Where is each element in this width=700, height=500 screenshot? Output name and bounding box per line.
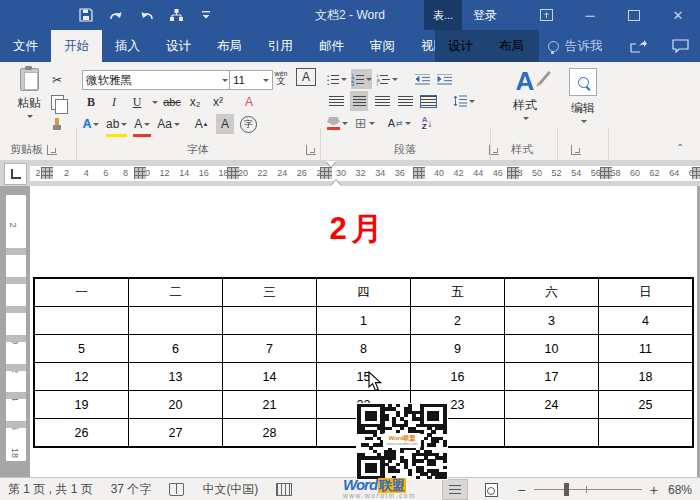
weekday-cell[interactable]: 三: [223, 278, 317, 307]
customize-qat-icon[interactable]: [198, 7, 214, 23]
sort-button[interactable]: AZ ↓: [422, 116, 433, 130]
highlight-color-button[interactable]: ab: [106, 114, 127, 134]
day-cell[interactable]: 15: [317, 363, 411, 391]
day-cell[interactable]: 1: [317, 307, 411, 335]
tab-mailings[interactable]: 邮件: [306, 30, 357, 62]
web-layout-view-button[interactable]: [480, 480, 504, 499]
numbering-button[interactable]: 123: [351, 69, 372, 89]
language-indicator[interactable]: 中文(中国): [202, 481, 258, 498]
font-color-button[interactable]: A: [133, 114, 151, 134]
day-cell[interactable]: 26: [34, 419, 129, 448]
align-right-button[interactable]: [373, 91, 391, 111]
styles-dialog-launcher[interactable]: [571, 145, 581, 155]
tab-file[interactable]: 文件: [0, 30, 51, 62]
format-painter-button[interactable]: [48, 114, 66, 134]
tab-layout[interactable]: 布局: [204, 30, 255, 62]
day-cell[interactable]: 14: [223, 363, 317, 391]
text-effects-button[interactable]: A: [82, 114, 100, 134]
strikethrough-button[interactable]: abc: [163, 92, 181, 112]
first-line-indent-marker[interactable]: [326, 161, 336, 167]
day-cell[interactable]: 18: [599, 363, 694, 391]
table-row-marker[interactable]: [6, 306, 26, 313]
day-cell[interactable]: 21: [223, 391, 317, 419]
styles-button[interactable]: A 样式: [500, 68, 550, 120]
table-column-marker[interactable]: [320, 167, 332, 179]
font-name-select[interactable]: 微软雅黑: [82, 70, 232, 90]
zoom-percentage[interactable]: 68%: [668, 483, 692, 497]
day-cell[interactable]: 10: [505, 335, 599, 363]
italic-button[interactable]: I: [105, 92, 123, 112]
tab-table-layout[interactable]: 布局: [486, 30, 537, 62]
table-row-marker[interactable]: [6, 421, 26, 428]
document-title[interactable]: 2月: [33, 208, 684, 250]
close-button[interactable]: ✕: [656, 0, 700, 30]
font-size-select[interactable]: 11: [229, 70, 273, 90]
day-cell[interactable]: [223, 307, 317, 335]
line-spacing-button[interactable]: [453, 91, 475, 111]
day-cell[interactable]: 13: [129, 363, 223, 391]
table-column-marker[interactable]: [227, 167, 239, 179]
increase-indent-button[interactable]: [436, 69, 454, 89]
borders-button[interactable]: ⊞: [355, 113, 375, 133]
editing-button[interactable]: 编辑: [563, 68, 603, 123]
copy-button[interactable]: [48, 92, 66, 112]
decrease-indent-button[interactable]: [414, 69, 432, 89]
table-column-marker[interactable]: [134, 167, 146, 179]
proofing-icon[interactable]: [169, 483, 184, 496]
underline-dropdown-icon[interactable]: [152, 101, 158, 104]
table-column-marker[interactable]: [600, 167, 612, 179]
save-icon[interactable]: [78, 7, 94, 23]
table-column-marker[interactable]: [692, 167, 700, 179]
day-cell[interactable]: 8: [317, 335, 411, 363]
minimize-button[interactable]: ─: [568, 0, 612, 30]
day-cell[interactable]: 5: [34, 335, 129, 363]
character-shading-button[interactable]: A: [216, 114, 234, 134]
day-cell[interactable]: [505, 419, 599, 448]
zoom-slider-handle[interactable]: [564, 483, 569, 496]
weekday-cell[interactable]: 四: [317, 278, 411, 307]
tab-insert[interactable]: 插入: [102, 30, 153, 62]
table-row-marker[interactable]: [6, 277, 26, 284]
superscript-button[interactable]: x²: [209, 92, 227, 112]
day-cell[interactable]: 27: [129, 419, 223, 448]
phonetic-guide-button[interactable]: wén 文: [272, 67, 290, 87]
collapse-ribbon-button[interactable]: ⌃: [676, 142, 684, 153]
comments-button[interactable]: [672, 30, 689, 62]
clear-formatting-button[interactable]: A: [240, 92, 258, 112]
sign-in-button[interactable]: 登录: [462, 0, 508, 30]
zoom-in-button[interactable]: +: [650, 482, 658, 498]
underline-button[interactable]: U: [128, 92, 146, 112]
tell-me-box[interactable]: 告诉我: [548, 30, 603, 62]
day-cell[interactable]: 2: [411, 307, 505, 335]
bold-button[interactable]: B: [82, 92, 100, 112]
table-row-marker[interactable]: [6, 335, 26, 342]
zoom-slider-track[interactable]: [534, 489, 642, 490]
asian-layout-button[interactable]: A⇄: [388, 113, 411, 133]
zoom-out-button[interactable]: −: [518, 482, 526, 498]
ribbon-display-options-icon[interactable]: [524, 0, 568, 30]
justify-button[interactable]: [396, 91, 414, 111]
table-row-marker[interactable]: [6, 364, 26, 371]
tab-stop-selector[interactable]: [4, 163, 27, 185]
clipboard-dialog-launcher[interactable]: [47, 145, 57, 155]
character-border-button[interactable]: A: [296, 68, 316, 86]
day-cell[interactable]: 6: [129, 335, 223, 363]
day-cell[interactable]: 25: [599, 391, 694, 419]
align-center-button[interactable]: [350, 91, 368, 111]
undo-icon[interactable]: [138, 7, 154, 23]
subscript-button[interactable]: x₂: [186, 92, 204, 112]
change-case-button[interactable]: Aa: [157, 114, 180, 134]
cut-button[interactable]: ✂: [48, 70, 66, 90]
grow-font-button[interactable]: A▴: [192, 114, 210, 134]
tab-table-design[interactable]: 设计: [435, 30, 486, 62]
day-cell[interactable]: [34, 307, 129, 335]
day-cell[interactable]: 9: [411, 335, 505, 363]
day-cell[interactable]: 17: [505, 363, 599, 391]
day-cell[interactable]: 3: [505, 307, 599, 335]
v-ruler[interactable]: 24681012141618: [6, 195, 26, 461]
day-cell[interactable]: 20: [129, 391, 223, 419]
align-left-button[interactable]: [327, 91, 345, 111]
page-indicator[interactable]: 第 1 页 , 共 1 页: [8, 481, 93, 498]
tab-home[interactable]: 开始: [51, 30, 102, 62]
table-row-marker[interactable]: [6, 392, 26, 399]
